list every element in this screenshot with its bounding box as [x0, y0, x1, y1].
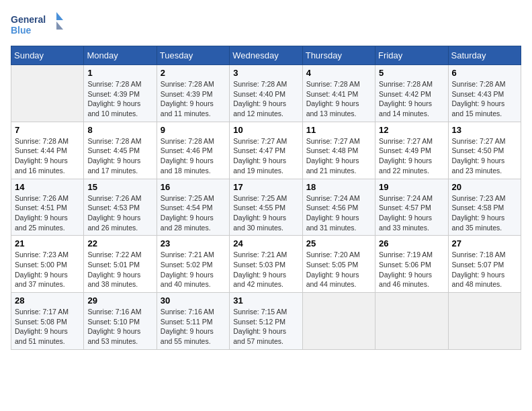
cell-details: Sunrise: 7:20 AMSunset: 5:05 PMDaylight:… [306, 250, 371, 289]
calendar-cell: 3Sunrise: 7:28 AMSunset: 4:40 PMDaylight… [230, 65, 302, 122]
day-number: 15 [87, 182, 152, 192]
calendar-cell: 11Sunrise: 7:27 AMSunset: 4:48 PMDayligh… [302, 122, 375, 179]
col-header-saturday: Saturday [448, 46, 521, 65]
cell-details: Sunrise: 7:17 AMSunset: 5:08 PMDaylight:… [15, 307, 80, 347]
day-number: 30 [161, 295, 226, 306]
calendar-cell: 19Sunrise: 7:24 AMSunset: 4:57 PMDayligh… [375, 179, 448, 236]
day-number: 5 [379, 68, 444, 78]
day-number: 11 [306, 125, 371, 135]
calendar-cell [11, 65, 84, 122]
day-number: 13 [452, 125, 517, 135]
calendar-cell: 15Sunrise: 7:26 AMSunset: 4:53 PMDayligh… [84, 179, 157, 236]
calendar-cell: 14Sunrise: 7:26 AMSunset: 4:51 PMDayligh… [11, 179, 84, 236]
calendar-cell: 1Sunrise: 7:28 AMSunset: 4:39 PMDaylight… [84, 65, 157, 122]
day-number: 6 [452, 68, 517, 78]
cell-details: Sunrise: 7:28 AMSunset: 4:40 PMDaylight:… [233, 79, 298, 119]
cell-details: Sunrise: 7:23 AMSunset: 4:58 PMDaylight:… [452, 193, 517, 233]
col-header-tuesday: Tuesday [157, 46, 229, 65]
day-number: 24 [233, 238, 298, 248]
cell-details: Sunrise: 7:15 AMSunset: 5:12 PMDaylight:… [233, 307, 298, 347]
calendar-cell: 9Sunrise: 7:28 AMSunset: 4:46 PMDaylight… [157, 122, 229, 179]
day-number: 22 [87, 238, 152, 248]
cell-details: Sunrise: 7:28 AMSunset: 4:42 PMDaylight:… [379, 79, 444, 119]
day-number: 27 [452, 238, 517, 248]
day-number: 1 [87, 68, 152, 78]
calendar-cell: 24Sunrise: 7:21 AMSunset: 5:03 PMDayligh… [230, 236, 302, 293]
cell-details: Sunrise: 7:28 AMSunset: 4:45 PMDaylight:… [87, 136, 152, 176]
col-header-monday: Monday [84, 46, 157, 65]
day-number: 8 [87, 125, 152, 135]
day-number: 31 [233, 295, 298, 306]
week-row-4: 21Sunrise: 7:23 AMSunset: 5:00 PMDayligh… [11, 236, 521, 293]
week-row-2: 7Sunrise: 7:28 AMSunset: 4:44 PMDaylight… [11, 122, 521, 179]
svg-marker-2 [56, 12, 63, 20]
cell-details: Sunrise: 7:28 AMSunset: 4:44 PMDaylight:… [15, 136, 80, 176]
day-number: 21 [15, 238, 80, 248]
day-number: 4 [306, 68, 371, 78]
cell-details: Sunrise: 7:27 AMSunset: 4:49 PMDaylight:… [379, 136, 444, 176]
calendar-cell: 25Sunrise: 7:20 AMSunset: 5:05 PMDayligh… [302, 236, 375, 293]
svg-text:General: General [11, 14, 46, 25]
calendar-cell: 10Sunrise: 7:27 AMSunset: 4:47 PMDayligh… [230, 122, 302, 179]
day-number: 29 [87, 295, 152, 306]
cell-details: Sunrise: 7:25 AMSunset: 4:54 PMDaylight:… [161, 193, 226, 233]
cell-details: Sunrise: 7:28 AMSunset: 4:46 PMDaylight:… [161, 136, 226, 176]
calendar-cell: 28Sunrise: 7:17 AMSunset: 5:08 PMDayligh… [11, 293, 84, 350]
calendar-cell: 20Sunrise: 7:23 AMSunset: 4:58 PMDayligh… [448, 179, 521, 236]
cell-details: Sunrise: 7:24 AMSunset: 4:56 PMDaylight:… [306, 193, 371, 233]
cell-details: Sunrise: 7:26 AMSunset: 4:53 PMDaylight:… [87, 193, 152, 233]
day-number: 7 [15, 125, 80, 135]
week-row-5: 28Sunrise: 7:17 AMSunset: 5:08 PMDayligh… [11, 293, 521, 350]
day-number: 10 [233, 125, 298, 135]
cell-details: Sunrise: 7:27 AMSunset: 4:47 PMDaylight:… [233, 136, 298, 176]
calendar-cell: 30Sunrise: 7:16 AMSunset: 5:11 PMDayligh… [157, 293, 229, 350]
calendar-cell: 16Sunrise: 7:25 AMSunset: 4:54 PMDayligh… [157, 179, 229, 236]
calendar-cell: 23Sunrise: 7:21 AMSunset: 5:02 PMDayligh… [157, 236, 229, 293]
cell-details: Sunrise: 7:26 AMSunset: 4:51 PMDaylight:… [15, 193, 80, 233]
cell-details: Sunrise: 7:28 AMSunset: 4:43 PMDaylight:… [452, 79, 517, 119]
cell-details: Sunrise: 7:27 AMSunset: 4:48 PMDaylight:… [306, 136, 371, 176]
day-number: 28 [15, 295, 80, 306]
calendar-cell: 31Sunrise: 7:15 AMSunset: 5:12 PMDayligh… [230, 293, 302, 350]
day-number: 19 [379, 182, 444, 192]
day-number: 16 [161, 182, 226, 192]
cell-details: Sunrise: 7:23 AMSunset: 5:00 PMDaylight:… [15, 250, 80, 289]
page-header: General Blue [11, 11, 521, 39]
calendar-cell: 29Sunrise: 7:16 AMSunset: 5:10 PMDayligh… [84, 293, 157, 350]
svg-text:Blue: Blue [11, 25, 32, 36]
day-number: 18 [306, 182, 371, 192]
calendar-cell: 18Sunrise: 7:24 AMSunset: 4:56 PMDayligh… [302, 179, 375, 236]
week-row-1: 1Sunrise: 7:28 AMSunset: 4:39 PMDaylight… [11, 65, 521, 122]
calendar-cell: 4Sunrise: 7:28 AMSunset: 4:41 PMDaylight… [302, 65, 375, 122]
calendar-cell: 6Sunrise: 7:28 AMSunset: 4:43 PMDaylight… [448, 65, 521, 122]
calendar-cell: 21Sunrise: 7:23 AMSunset: 5:00 PMDayligh… [11, 236, 84, 293]
col-header-thursday: Thursday [302, 46, 375, 65]
cell-details: Sunrise: 7:28 AMSunset: 4:39 PMDaylight:… [161, 79, 226, 119]
svg-marker-3 [56, 21, 63, 30]
calendar-cell: 27Sunrise: 7:18 AMSunset: 5:07 PMDayligh… [448, 236, 521, 293]
calendar-cell: 17Sunrise: 7:25 AMSunset: 4:55 PMDayligh… [230, 179, 302, 236]
calendar-cell: 7Sunrise: 7:28 AMSunset: 4:44 PMDaylight… [11, 122, 84, 179]
calendar-header-row: SundayMondayTuesdayWednesdayThursdayFrid… [11, 46, 521, 65]
cell-details: Sunrise: 7:28 AMSunset: 4:39 PMDaylight:… [87, 79, 152, 119]
calendar-cell: 12Sunrise: 7:27 AMSunset: 4:49 PMDayligh… [375, 122, 448, 179]
col-header-wednesday: Wednesday [230, 46, 302, 65]
day-number: 26 [379, 238, 444, 248]
col-header-sunday: Sunday [11, 46, 84, 65]
calendar-cell: 5Sunrise: 7:28 AMSunset: 4:42 PMDaylight… [375, 65, 448, 122]
cell-details: Sunrise: 7:21 AMSunset: 5:03 PMDaylight:… [233, 250, 298, 289]
calendar-cell: 2Sunrise: 7:28 AMSunset: 4:39 PMDaylight… [157, 65, 229, 122]
day-number: 9 [161, 125, 226, 135]
cell-details: Sunrise: 7:22 AMSunset: 5:01 PMDaylight:… [87, 250, 152, 289]
calendar-cell: 8Sunrise: 7:28 AMSunset: 4:45 PMDaylight… [84, 122, 157, 179]
day-number: 20 [452, 182, 517, 192]
day-number: 2 [161, 68, 226, 78]
day-number: 17 [233, 182, 298, 192]
cell-details: Sunrise: 7:16 AMSunset: 5:11 PMDaylight:… [161, 307, 226, 347]
cell-details: Sunrise: 7:25 AMSunset: 4:55 PMDaylight:… [233, 193, 298, 233]
cell-details: Sunrise: 7:28 AMSunset: 4:41 PMDaylight:… [306, 79, 371, 119]
calendar-cell: 22Sunrise: 7:22 AMSunset: 5:01 PMDayligh… [84, 236, 157, 293]
calendar-cell [448, 293, 521, 350]
cell-details: Sunrise: 7:21 AMSunset: 5:02 PMDaylight:… [161, 250, 226, 289]
day-number: 23 [161, 238, 226, 248]
